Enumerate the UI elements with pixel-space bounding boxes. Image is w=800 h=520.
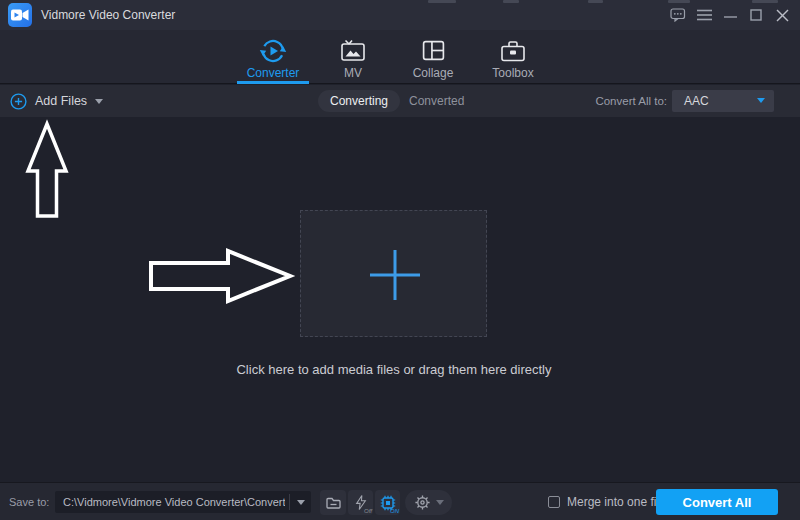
mv-icon [313,37,393,64]
media-drop-zone[interactable] [300,210,487,337]
hardware-acceleration-state-label: ON [390,508,399,514]
titlebar: Vidmore Video Converter [0,0,800,30]
toolbar: Add Files Converting Converted Convert A… [0,85,800,117]
tab-collage-label: Collage [393,66,473,80]
file-list-area: Click here to add media files or drag th… [0,117,800,482]
tab-toolbox-label: Toolbox [473,66,553,80]
tab-toolbox[interactable]: Toolbox [473,30,553,84]
statusbar: Save to: C:\Vidmore\Vidmore Video Conver… [0,482,800,520]
open-folder-button[interactable] [320,490,346,515]
save-path-value: C:\Vidmore\Vidmore Video Converter\Conve… [63,491,285,513]
add-files-caret-icon [95,99,103,104]
tab-collage[interactable]: Collage [393,30,473,84]
cropped-text-fragment [588,0,603,3]
format-caret-icon [757,98,765,103]
minimize-icon[interactable] [719,0,741,30]
high-speed-conversion-button[interactable]: Off [348,490,373,515]
tab-mv-label: MV [313,66,393,80]
hardware-acceleration-button[interactable]: ON [375,490,400,515]
toolbox-icon [473,37,553,64]
output-format-dropdown[interactable]: AAC [672,90,774,112]
high-speed-state-label: Off [364,508,372,514]
gear-icon [414,494,431,511]
output-format-value: AAC [684,90,709,112]
maximize-icon[interactable] [745,0,767,30]
tab-mv[interactable]: MV [313,30,393,84]
cropped-text-fragment [428,0,456,3]
save-to-label: Save to: [9,483,49,520]
active-tab-underline [237,81,309,84]
add-files-button[interactable]: Add Files [10,85,103,117]
folder-icon [325,496,342,510]
save-path-divider [289,494,290,510]
collage-icon [393,37,473,64]
drop-zone-hint[interactable]: Click here to add media files or drag th… [94,362,694,377]
convert-all-button[interactable]: Convert All [656,489,778,515]
close-icon[interactable] [771,0,793,30]
cropped-text-fragment [503,0,519,3]
tab-converter-label: Converter [233,66,313,80]
merge-into-one-file-checkbox[interactable] [548,496,560,508]
feedback-icon[interactable] [667,0,689,30]
converter-icon [233,37,313,64]
tab-converter[interactable]: Converter [233,30,313,84]
add-files-label: Add Files [35,94,87,108]
tab-converting[interactable]: Converting [318,90,400,112]
menu-icon[interactable] [693,0,715,30]
convert-all-to-label: Convert All to: [595,85,667,117]
save-path-field[interactable]: C:\Vidmore\Vidmore Video Converter\Conve… [55,491,311,513]
app-logo-icon [8,3,32,27]
settings-button[interactable] [405,490,452,515]
window-title: Vidmore Video Converter [41,0,175,30]
merge-into-one-file-label[interactable]: Merge into one file [567,483,666,520]
add-circle-icon [10,93,27,110]
tab-converted[interactable]: Converted [409,90,464,112]
main-nav-tabs: Converter MV Collage [233,30,553,84]
settings-caret-icon [436,500,444,505]
add-media-plus-icon [367,247,423,303]
save-path-caret-icon[interactable] [297,500,305,505]
